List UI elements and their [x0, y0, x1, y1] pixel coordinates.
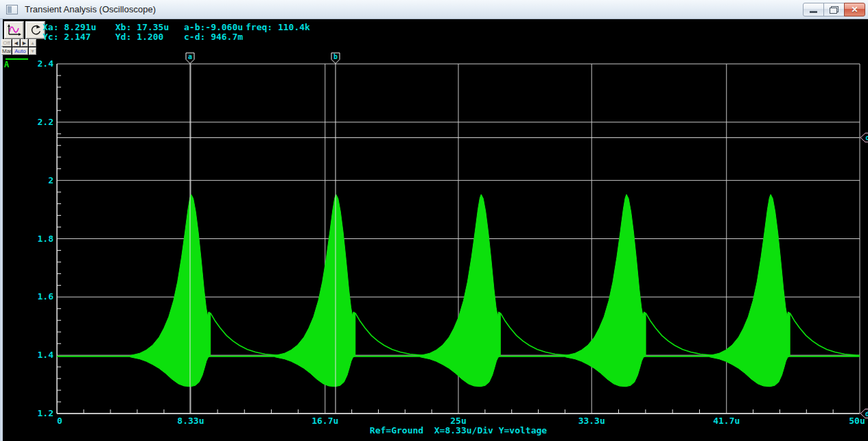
- axis-status-line: Ref=Ground X=8.33u/Div Y=voltage: [57, 425, 860, 436]
- trace-a-waveform: [57, 194, 868, 387]
- trace-a-burst: [565, 194, 646, 387]
- cursor-d-label: d: [865, 410, 868, 418]
- y-tick-label: 1.4: [38, 350, 54, 360]
- x-tick-label: 33.3u: [578, 416, 605, 426]
- x-tick-label: 25u: [450, 416, 466, 426]
- trace-a-decay-tail: [211, 313, 291, 357]
- cursor-c-label: c: [865, 134, 868, 142]
- trace-a-decay-tail: [355, 313, 436, 357]
- cursor-a-label: a: [188, 53, 192, 60]
- oscilloscope-plot[interactable]: 2.42.221.81.61.41.208.33u16.7u25u33.3u41…: [0, 0, 868, 441]
- oscilloscope-window: { "window": { "title": "Transient Analys…: [0, 0, 868, 441]
- trace-a-decay-tail: [790, 313, 868, 357]
- y-tick-label: 1.8: [38, 234, 54, 244]
- x-tick-label: 50u: [849, 416, 865, 426]
- cursor-b-label: b: [333, 53, 338, 60]
- trace-a-decay-tail: [500, 313, 580, 357]
- y-tick-label: 2.4: [38, 58, 54, 69]
- trace-a-burst: [275, 194, 355, 387]
- trace-a-burst: [130, 194, 211, 387]
- x-tick-label: 0: [57, 416, 62, 426]
- x-tick-label: 16.7u: [312, 416, 338, 426]
- x-tick-label: 41.7u: [713, 416, 740, 426]
- y-tick-label: 1.2: [38, 408, 54, 418]
- trace-a-burst: [709, 194, 790, 387]
- x-tick-label: 8.33u: [177, 416, 204, 426]
- trace-a-burst: [420, 194, 500, 387]
- trace-a-decay-tail: [646, 313, 726, 357]
- y-tick-label: 1.6: [38, 291, 54, 302]
- y-tick-label: 2: [48, 175, 54, 185]
- y-tick-label: 2.2: [38, 117, 54, 127]
